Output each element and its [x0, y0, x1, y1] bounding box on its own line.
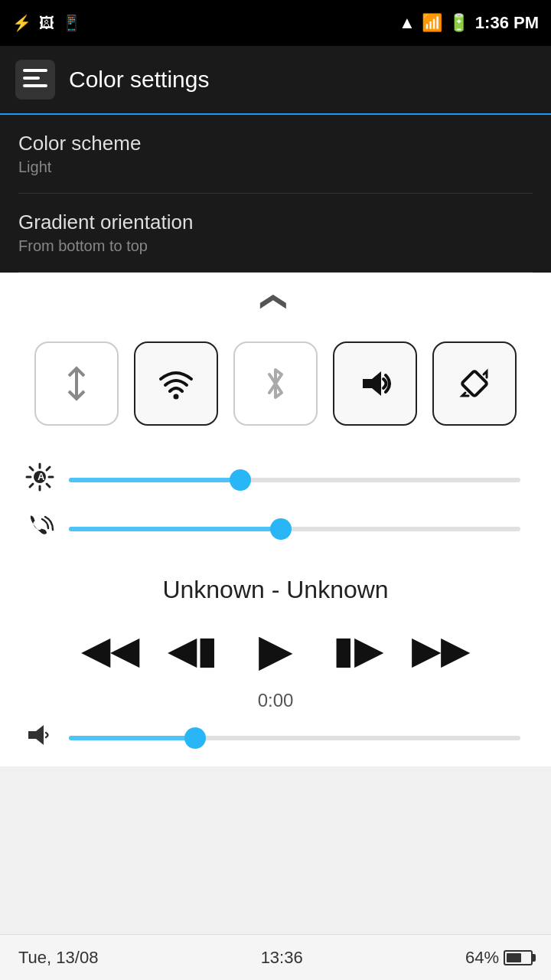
svg-rect-1: [23, 77, 40, 80]
lower-panel: ❮: [0, 273, 551, 766]
gradient-orientation-item[interactable]: Gradient orientation From bottom to top: [18, 194, 533, 273]
quick-toggles-row: [0, 328, 551, 441]
svg-point-4: [174, 394, 179, 400]
brightness-row: A: [23, 462, 520, 498]
rewind-button[interactable]: ◀◀: [80, 628, 141, 672]
chevron-row: ❮: [0, 273, 551, 328]
svg-marker-5: [363, 371, 381, 396]
bluetooth-toggle[interactable]: [233, 341, 318, 426]
signal-icon: 📶: [422, 13, 442, 33]
gradient-orientation-label: Gradient orientation: [18, 211, 533, 234]
rotate-toggle[interactable]: [432, 341, 517, 426]
call-volume-row: [23, 511, 520, 547]
prev-button[interactable]: ◀▮: [162, 628, 223, 672]
usb-icon: ⚡: [12, 14, 31, 32]
svg-marker-17: [28, 725, 44, 745]
phone-icon: 📱: [62, 14, 81, 32]
wifi-status-icon: ▲: [399, 13, 416, 33]
chevron-down-icon: ❮: [260, 291, 291, 312]
wifi-toggle[interactable]: [134, 341, 218, 426]
media-artist: Unknown: [162, 576, 264, 603]
color-scheme-label: Color scheme: [18, 132, 533, 155]
battery-box: [504, 950, 533, 965]
color-scheme-value: Light: [18, 158, 533, 176]
color-scheme-item[interactable]: Color scheme Light: [18, 115, 533, 194]
bottom-bar: Tue, 13/08 13:36 64%: [0, 934, 551, 980]
menu-icon[interactable]: [15, 60, 55, 100]
bottom-time: 13:36: [261, 948, 303, 968]
media-separator: -: [265, 576, 286, 603]
call-volume-icon: [23, 511, 57, 547]
brightness-icon: A: [23, 462, 57, 498]
data-transfer-toggle[interactable]: [34, 341, 119, 426]
play-button[interactable]: ▶: [245, 624, 306, 676]
settings-section: Color scheme Light Gradient orientation …: [0, 115, 551, 273]
battery-fill: [507, 953, 522, 962]
status-left-icons: ⚡ 🖼 📱: [12, 14, 81, 32]
svg-text:A: A: [37, 471, 45, 482]
status-time: 1:36 PM: [475, 13, 539, 33]
volume-row: [0, 714, 551, 766]
volume-slider[interactable]: [69, 736, 520, 740]
media-time-display: 0:00: [0, 684, 551, 714]
svg-rect-0: [23, 69, 47, 72]
svg-line-15: [30, 484, 33, 487]
svg-line-12: [30, 467, 33, 470]
svg-rect-2: [23, 84, 47, 87]
svg-line-13: [47, 484, 50, 487]
brightness-slider[interactable]: [69, 478, 520, 482]
status-bar: ⚡ 🖼 📱 ▲ 📶 🔋 1:36 PM: [0, 0, 551, 46]
battery-indicator: 64%: [465, 948, 533, 968]
sliders-section: A: [0, 441, 551, 568]
media-controls: ◀◀ ◀▮ ▶ ▮▶ ▶▶: [0, 609, 551, 684]
svg-line-14: [47, 467, 50, 470]
bottom-date: Tue, 13/08: [18, 948, 98, 968]
next-button[interactable]: ▮▶: [328, 628, 389, 672]
battery-status-icon: 🔋: [448, 13, 469, 33]
status-right-icons: ▲ 📶 🔋 1:36 PM: [399, 13, 539, 33]
volume-icon: [23, 720, 57, 756]
battery-percent-label: 64%: [465, 948, 499, 968]
top-bar: Color settings: [0, 46, 551, 115]
media-title: Unknown: [286, 576, 388, 603]
image-icon: 🖼: [39, 15, 54, 32]
call-volume-slider[interactable]: [69, 527, 520, 531]
battery-tip: [533, 954, 536, 962]
page-title: Color settings: [69, 67, 209, 93]
media-time: 0:00: [258, 690, 294, 710]
sound-toggle[interactable]: [333, 341, 417, 426]
gradient-orientation-value: From bottom to top: [18, 237, 533, 255]
fast-forward-button[interactable]: ▶▶: [410, 628, 471, 672]
media-info: Unknown - Unknown: [0, 568, 551, 609]
